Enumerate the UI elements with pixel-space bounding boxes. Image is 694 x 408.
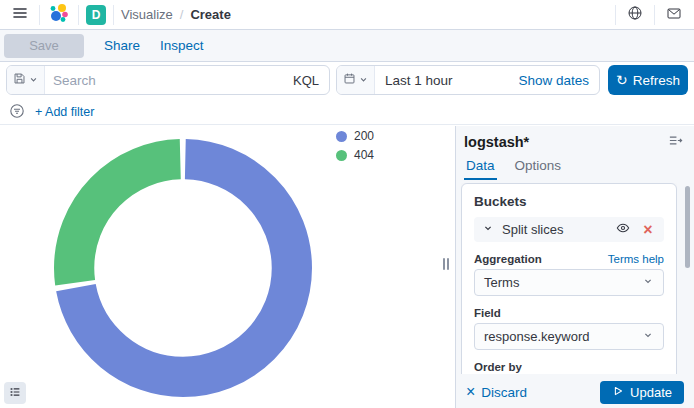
filter-bar: + Add filter [0, 100, 694, 125]
visualization-area: 200404 [0, 126, 455, 408]
legend-toggle-button[interactable] [4, 382, 26, 404]
panel-tabs: Data Options [464, 158, 684, 180]
chevron-down-icon [642, 329, 654, 344]
globe-button[interactable] [623, 3, 647, 27]
breadcrumb-visualize[interactable]: Visualize [121, 7, 173, 22]
panel-body: Buckets Split slices × [461, 183, 677, 374]
field-label: Field [474, 307, 501, 319]
panel-resize-handle[interactable] [443, 258, 449, 270]
buckets-title: Buckets [474, 194, 664, 209]
field-value: response.keyword [484, 329, 590, 344]
list-icon [8, 385, 22, 402]
refresh-label: Refresh [633, 73, 680, 88]
filter-options-button[interactable] [8, 103, 26, 121]
search-bar-group: KQL [6, 65, 330, 95]
chevron-down-icon [482, 222, 494, 237]
header-divider [113, 5, 114, 25]
search-input[interactable] [45, 73, 283, 88]
app-toolbar: Save Share Inspect [0, 30, 694, 62]
time-range-value[interactable]: Last 1 hour [375, 73, 518, 88]
show-dates-button[interactable]: Show dates [518, 73, 599, 88]
discard-button[interactable]: × Discard [466, 384, 527, 400]
chevron-down-icon [642, 275, 654, 290]
panel-scrollbar[interactable] [685, 186, 690, 268]
index-pattern-title: logstash* [464, 134, 529, 150]
save-button[interactable]: Save [4, 34, 84, 58]
legend-label: 404 [354, 148, 374, 162]
main-content: 200404 logstash* [0, 126, 694, 408]
panel-header: logstash* Data Options [456, 126, 694, 180]
calendar-icon [343, 72, 356, 88]
chart-legend: 200404 [336, 129, 374, 162]
hamburger-menu-button[interactable] [8, 3, 32, 27]
donut-group [74, 159, 292, 377]
refresh-icon: ↻ [616, 73, 628, 87]
toggle-visibility-button[interactable] [614, 221, 632, 239]
add-filter-button[interactable]: + Add filter [35, 105, 94, 119]
terms-help-link[interactable]: Terms help [608, 253, 664, 265]
globe-icon [627, 5, 643, 24]
legend-item[interactable]: 404 [336, 148, 374, 162]
editor-side-panel: logstash* Data Options Buckets [455, 126, 694, 408]
split-slices-label: Split slices [502, 222, 606, 237]
header-divider [615, 5, 616, 25]
legend-dot-icon [336, 131, 347, 142]
donut-chart [54, 139, 312, 397]
hamburger-icon [12, 5, 28, 24]
mail-button[interactable] [662, 3, 686, 27]
remove-bucket-button[interactable]: × [640, 222, 656, 238]
date-quick-menu-button[interactable] [337, 66, 375, 94]
header-divider [78, 5, 79, 25]
saved-query-menu-button[interactable] [7, 66, 45, 94]
discard-label: Discard [481, 385, 527, 400]
field-select[interactable]: response.keyword [474, 323, 664, 350]
split-slices-row[interactable]: Split slices × [474, 217, 664, 242]
time-picker-group: Last 1 hour Show dates [336, 65, 600, 95]
breadcrumb-separator: / [180, 7, 184, 22]
aggregation-value: Terms [484, 275, 519, 290]
share-button[interactable]: Share [104, 38, 140, 53]
discard-x-icon: × [466, 384, 475, 400]
menu-right-icon [668, 133, 683, 151]
update-label: Update [630, 385, 672, 400]
mail-icon [666, 5, 682, 24]
breadcrumb: Visualize / Create [121, 7, 231, 22]
update-button[interactable]: Update [600, 381, 684, 404]
aggregation-select[interactable]: Terms [474, 269, 664, 296]
refresh-button[interactable]: ↻ Refresh [608, 65, 688, 95]
tab-data[interactable]: Data [464, 158, 497, 180]
space-avatar[interactable]: D [86, 5, 106, 25]
elastic-logo-button[interactable] [47, 3, 71, 27]
panel-action-bar: × Discard Update [456, 376, 694, 408]
legend-label: 200 [354, 129, 374, 143]
chevron-down-icon [358, 73, 369, 88]
header-divider [39, 5, 40, 25]
query-language-button[interactable]: KQL [283, 73, 329, 88]
header-divider [654, 5, 655, 25]
inspect-button[interactable]: Inspect [160, 38, 204, 53]
tab-options[interactable]: Options [513, 158, 564, 180]
play-icon [612, 385, 624, 400]
legend-dot-icon [336, 150, 347, 161]
chevron-down-icon [28, 73, 39, 88]
breadcrumb-create: Create [190, 7, 230, 22]
query-bar: KQL Last 1 hour Show dates ↻ Refresh [0, 62, 694, 100]
elastic-logo-icon [48, 2, 70, 27]
legend-item[interactable]: 200 [336, 129, 374, 143]
save-query-icon [13, 72, 26, 88]
order-by-label: Order by [474, 361, 522, 373]
eye-icon [616, 221, 630, 238]
top-header: D Visualize / Create [0, 0, 694, 30]
aggregation-label: Aggregation [474, 253, 542, 265]
filter-circle-icon [9, 103, 25, 122]
remove-x-icon: × [643, 222, 652, 238]
collapse-panel-button[interactable] [666, 133, 684, 151]
buckets-card: Buckets Split slices × [461, 183, 677, 374]
